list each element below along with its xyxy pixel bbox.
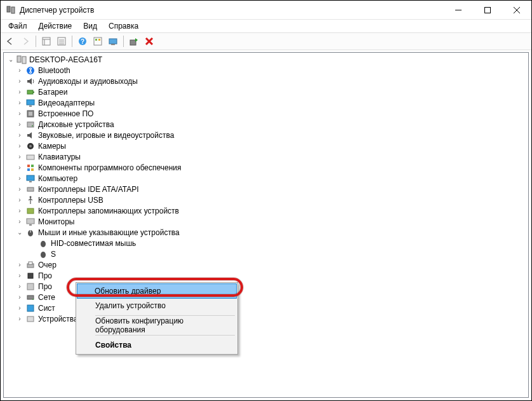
tree-node-label: Bluetooth	[38, 66, 70, 75]
tree-leaf-label: S	[51, 250, 56, 259]
tree-node[interactable]: ›Видеоадаптеры	[4, 97, 528, 108]
svg-rect-38	[31, 165, 34, 167]
uninstall-device-button[interactable]	[142, 34, 156, 48]
chevron-right-icon[interactable]: ›	[15, 174, 24, 183]
tree-node[interactable]: ›Контроллеры запоминающих устройств	[4, 205, 528, 216]
svg-rect-58	[27, 305, 34, 311]
svg-rect-22	[22, 57, 26, 64]
chevron-right-icon[interactable]: ›	[15, 131, 24, 140]
properties-button[interactable]	[55, 34, 69, 48]
ctx-properties[interactable]: Свойства	[77, 337, 236, 353]
tree-node[interactable]: ›Батареи	[4, 86, 528, 97]
close-button[interactable]	[502, 1, 531, 20]
svg-rect-29	[29, 112, 32, 116]
chevron-right-icon[interactable]: ›	[15, 142, 24, 151]
ctx-item-label: Удалить устройство	[95, 301, 166, 310]
chevron-right-icon[interactable]: ›	[15, 163, 24, 172]
maximize-button[interactable]	[473, 1, 502, 20]
chevron-right-icon[interactable]: ›	[15, 207, 24, 215]
ctx-remove-device[interactable]: Удалить устройство	[77, 298, 236, 313]
svg-rect-16	[95, 39, 97, 41]
tree-node[interactable]: ›Камеры	[4, 140, 528, 151]
chevron-right-icon[interactable]: ›	[15, 282, 24, 291]
chevron-right-icon[interactable]: ›	[15, 185, 24, 194]
chevron-right-icon[interactable]: ›	[15, 196, 24, 205]
ctx-item-label: Обновить драйвер	[95, 287, 161, 296]
tree-node-label: Камеры	[38, 142, 66, 151]
tree-leaf[interactable]: S	[4, 248, 528, 259]
svg-point-51	[41, 252, 46, 258]
forward-button[interactable]	[18, 34, 32, 48]
scan-hardware-button[interactable]	[106, 34, 120, 48]
toolbar: ?	[1, 32, 531, 50]
app-icon	[6, 5, 16, 15]
battery-icon	[25, 87, 36, 97]
chevron-down-icon[interactable]: ⌄	[6, 55, 15, 64]
toolbar-separator	[72, 36, 72, 47]
chevron-right-icon[interactable]: ›	[15, 120, 24, 129]
svg-rect-20	[130, 40, 136, 45]
menu-view[interactable]: Вид	[78, 20, 102, 32]
detail-view-button[interactable]	[91, 34, 105, 48]
chevron-right-icon[interactable]: ›	[15, 99, 24, 107]
tree-node[interactable]: ›Контроллеры IDE ATA/ATAPI	[4, 184, 528, 194]
chevron-right-icon[interactable]: ›	[15, 66, 24, 75]
tree-node[interactable]: ›Клавиатуры	[4, 151, 528, 162]
chevron-right-icon[interactable]: ›	[15, 261, 24, 269]
tree-node-label: Видеоадаптеры	[38, 99, 95, 107]
help-button[interactable]: ?	[76, 34, 90, 48]
tree-node[interactable]: ›Аудиовходы и аудиовыходы	[4, 76, 528, 86]
tree-node-label: Батареи	[38, 88, 67, 97]
tree-leaf[interactable]: HID-совместимая мышь	[4, 238, 528, 248]
show-hide-tree-button[interactable]	[39, 34, 53, 48]
tree-root[interactable]: ⌄ DESKTOP-AEGA16T	[4, 54, 528, 65]
tree-node[interactable]: ›Встроенное ПО	[4, 108, 528, 119]
minimize-button[interactable]	[444, 1, 473, 20]
sound-icon	[25, 130, 36, 140]
chevron-right-icon[interactable]: ›	[15, 88, 24, 97]
menu-file[interactable]: Файл	[3, 20, 32, 32]
firmware-icon	[25, 109, 36, 119]
chevron-down-icon[interactable]: ⌄	[15, 228, 24, 237]
tree-node-expanded[interactable]: ⌄Мыши и иные указывающие устройства	[4, 227, 528, 238]
svg-rect-42	[29, 181, 32, 182]
menu-help[interactable]: Справка	[103, 20, 143, 32]
chevron-right-icon[interactable]: ›	[15, 304, 24, 313]
chevron-right-icon[interactable]: ›	[15, 271, 24, 280]
ctx-update-driver[interactable]: Обновить драйвер	[77, 283, 237, 299]
tree-node[interactable]: ›Компьютер	[4, 173, 528, 184]
chevron-right-icon[interactable]: ›	[15, 109, 24, 118]
svg-point-50	[41, 241, 46, 247]
tree-node[interactable]: ›Дисковые устройства	[4, 119, 528, 130]
tree-node-label: Контроллеры запоминающих устройств	[38, 207, 179, 215]
chevron-right-icon[interactable]: ›	[15, 293, 24, 302]
network-icon	[25, 292, 36, 302]
back-button[interactable]	[3, 34, 17, 48]
tree-node[interactable]: ›Звуковые, игровые и видеоустройства	[4, 130, 528, 140]
chevron-right-icon[interactable]: ›	[15, 153, 24, 161]
tree-node[interactable]: ›Компоненты программного обеспечения	[4, 162, 528, 173]
usb-icon	[25, 195, 36, 205]
svg-rect-25	[33, 92, 34, 93]
display-icon	[25, 98, 36, 108]
chevron-right-icon[interactable]: ›	[15, 217, 24, 226]
svg-rect-41	[27, 175, 34, 180]
chevron-right-icon[interactable]: ›	[15, 315, 24, 323]
menu-action[interactable]: Действие	[34, 20, 77, 32]
update-driver-button[interactable]	[127, 34, 141, 48]
tree-node-label: Очер	[38, 261, 57, 269]
tree-node[interactable]: ›Очер	[4, 259, 528, 270]
svg-rect-56	[27, 296, 34, 299]
svg-point-31	[32, 125, 33, 126]
tree-node[interactable]: ›Контроллеры USB	[4, 194, 528, 205]
tree-node[interactable]: ›Про	[4, 270, 528, 281]
tree-node[interactable]: ›Bluetooth	[4, 65, 528, 76]
svg-point-44	[30, 196, 32, 198]
tree-node-label: Про	[38, 282, 52, 291]
chevron-right-icon[interactable]: ›	[15, 77, 24, 86]
software-icon	[25, 282, 36, 292]
ctx-scan-hardware[interactable]: Обновить конфигурацию оборудования	[77, 318, 236, 333]
tree-node[interactable]: ›Мониторы	[4, 216, 528, 227]
svg-rect-40	[31, 168, 34, 171]
audio-icon	[25, 76, 36, 86]
